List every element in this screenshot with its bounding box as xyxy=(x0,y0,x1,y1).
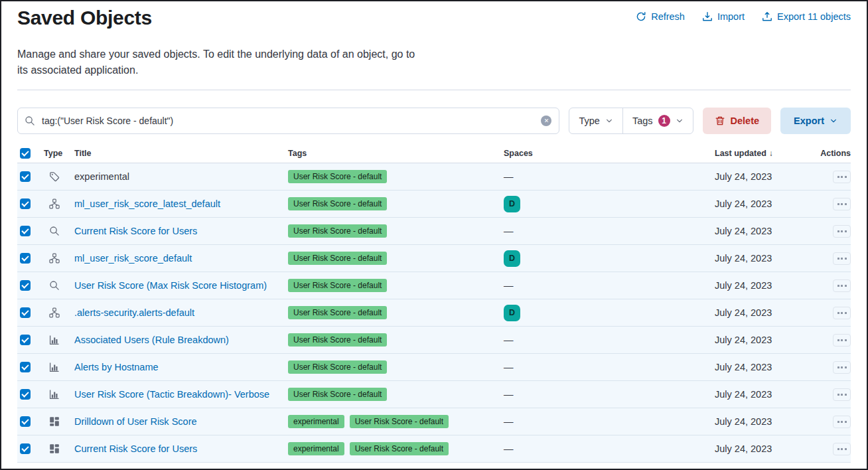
column-header-type[interactable]: Type xyxy=(41,149,74,158)
table-row: Current Risk Score for Users User Risk S… xyxy=(17,218,851,245)
row-actions-button[interactable] xyxy=(833,388,851,401)
search-input[interactable] xyxy=(17,108,559,134)
table-row: .alerts-security.alerts-default User Ris… xyxy=(17,299,851,327)
tag-badge[interactable]: User Risk Score - default xyxy=(288,360,387,374)
chevron-down-icon xyxy=(605,117,613,125)
row-actions-button[interactable] xyxy=(833,171,851,183)
visualization-icon xyxy=(49,335,60,345)
tag-badge[interactable]: User Risk Score - default xyxy=(288,170,387,183)
refresh-label: Refresh xyxy=(651,11,685,22)
export-selected-button[interactable]: Export xyxy=(780,108,851,134)
tags-filter-button[interactable]: Tags 1 xyxy=(622,108,693,133)
object-title: experimental xyxy=(74,171,129,182)
object-title-link[interactable]: User Risk Score (Max Risk Score Histogra… xyxy=(74,280,267,291)
space-empty-dash: — xyxy=(504,171,514,182)
tags-filter-label: Tags xyxy=(632,116,653,126)
object-title-link[interactable]: Drilldown of User Risk Score xyxy=(74,416,197,427)
tag-badge[interactable]: User Risk Score - default xyxy=(288,197,387,210)
divider xyxy=(17,90,851,90)
tag-badge[interactable]: User Risk Score - default xyxy=(288,252,387,265)
column-header-last-updated[interactable]: Last updated↓ xyxy=(715,149,801,158)
tag-badge[interactable]: experimental xyxy=(288,442,344,455)
import-button[interactable]: Import xyxy=(702,11,745,22)
row-actions-button[interactable] xyxy=(833,416,851,428)
tag-badge[interactable]: User Risk Score - default xyxy=(288,333,387,347)
select-all-checkbox[interactable] xyxy=(20,148,31,159)
toolbar: Type Tags 1 Delete Export xyxy=(17,108,851,134)
object-title-link[interactable]: Alerts by Hostname xyxy=(74,362,159,372)
delete-button[interactable]: Delete xyxy=(703,108,772,134)
last-updated: July 24, 2023 xyxy=(715,198,801,209)
row-checkbox[interactable] xyxy=(20,226,31,236)
space-empty-dash: — xyxy=(504,280,514,291)
row-actions-button[interactable] xyxy=(833,361,851,374)
trash-icon xyxy=(715,116,725,126)
search-icon xyxy=(25,116,35,126)
sort-desc-arrow-icon: ↓ xyxy=(769,149,773,158)
object-title-link[interactable]: Current Risk Score for Users xyxy=(74,226,197,236)
row-checkbox[interactable] xyxy=(20,198,31,209)
column-header-spaces[interactable]: Spaces xyxy=(504,149,715,158)
last-updated: July 24, 2023 xyxy=(715,416,801,427)
column-header-title[interactable]: Title xyxy=(74,149,288,158)
row-checkbox[interactable] xyxy=(20,416,31,427)
index-pattern-icon xyxy=(49,307,60,318)
row-actions-button[interactable] xyxy=(833,225,851,238)
last-updated: July 24, 2023 xyxy=(715,280,801,291)
table-row: ml_user_risk_score_latest_default User R… xyxy=(17,191,851,218)
column-header-tags[interactable]: Tags xyxy=(288,149,504,158)
table-row: User Risk Score (Max Risk Score Histogra… xyxy=(17,272,851,299)
tag-icon xyxy=(49,171,60,182)
refresh-button[interactable]: Refresh xyxy=(636,11,685,22)
space-badge: D xyxy=(504,196,520,212)
tag-badge[interactable]: User Risk Score - default xyxy=(288,279,387,292)
row-actions-button[interactable] xyxy=(833,252,851,265)
table-row: Associated Users (Rule Breakdown) User R… xyxy=(17,327,851,354)
index-pattern-icon xyxy=(49,253,60,264)
row-checkbox[interactable] xyxy=(20,171,31,182)
tag-badge[interactable]: User Risk Score - default xyxy=(350,442,449,455)
row-actions-button[interactable] xyxy=(833,279,851,292)
export-all-button[interactable]: Export 11 objects xyxy=(762,11,851,22)
last-updated: July 24, 2023 xyxy=(715,253,801,264)
tag-badge[interactable]: experimental xyxy=(288,415,344,428)
row-checkbox[interactable] xyxy=(20,362,31,372)
column-header-actions: Actions xyxy=(801,149,851,158)
tag-badge[interactable]: User Risk Score - default xyxy=(288,388,387,401)
table-header-row: Type Title Tags Spaces Last updated↓ Act… xyxy=(17,143,851,163)
table-row: experimental User Risk Score - default —… xyxy=(17,163,851,191)
object-title-link[interactable]: ml_user_risk_score_latest_default xyxy=(74,198,220,209)
tag-badge[interactable]: User Risk Score - default xyxy=(288,224,387,238)
object-title-link[interactable]: .alerts-security.alerts-default xyxy=(74,307,194,318)
space-empty-dash: — xyxy=(504,416,514,427)
row-actions-button[interactable] xyxy=(833,307,851,319)
row-checkbox[interactable] xyxy=(20,443,31,454)
table-row: User Risk Score (Tactic Breakdown)- Verb… xyxy=(17,381,851,408)
last-updated: July 24, 2023 xyxy=(715,362,801,372)
tag-badge[interactable]: User Risk Score - default xyxy=(350,415,449,428)
export-all-label: Export 11 objects xyxy=(777,11,851,22)
row-checkbox[interactable] xyxy=(20,335,31,345)
object-title-link[interactable]: Current Risk Score for Users xyxy=(74,443,197,454)
tag-badge[interactable]: User Risk Score - default xyxy=(288,306,387,319)
row-checkbox[interactable] xyxy=(20,307,31,318)
row-checkbox[interactable] xyxy=(20,280,31,291)
dashboard-icon xyxy=(49,416,60,427)
object-title-link[interactable]: ml_user_risk_score_default xyxy=(74,253,192,264)
search-icon xyxy=(49,226,60,236)
space-empty-dash: — xyxy=(504,226,514,236)
export-icon xyxy=(762,11,772,22)
index-pattern-icon xyxy=(49,198,60,209)
type-filter-button[interactable]: Type xyxy=(569,108,622,133)
object-title-link[interactable]: User Risk Score (Tactic Breakdown)- Verb… xyxy=(74,389,269,400)
row-actions-button[interactable] xyxy=(833,443,851,455)
page-header: Saved Objects Refresh Import Export 11 o… xyxy=(17,1,851,29)
row-checkbox[interactable] xyxy=(20,389,31,400)
row-actions-button[interactable] xyxy=(833,334,851,347)
object-title-link[interactable]: Associated Users (Rule Breakdown) xyxy=(74,335,229,345)
chevron-down-icon xyxy=(830,117,837,125)
row-checkbox[interactable] xyxy=(20,253,31,264)
row-actions-button[interactable] xyxy=(833,198,851,210)
last-updated: July 24, 2023 xyxy=(715,226,801,236)
table-row: Alerts by Hostname User Risk Score - def… xyxy=(17,354,851,381)
